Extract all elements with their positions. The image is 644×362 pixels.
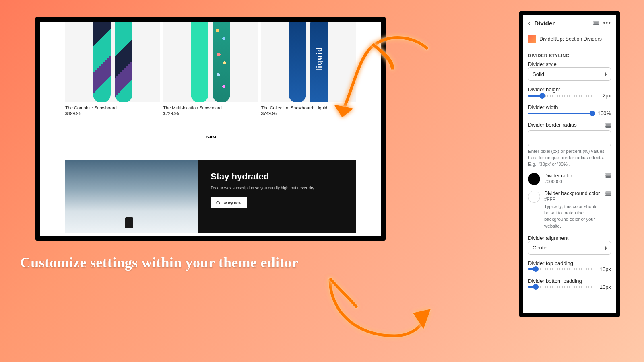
input-border-radius[interactable] [528,130,611,146]
hero-subtext: Try our wax subscription so you can fly … [211,186,344,190]
select-divider-alignment[interactable]: Center ▴▾ [528,241,611,255]
label-divider-bgcolor: Divider background color [544,191,601,196]
slider-divider-width[interactable] [528,113,592,114]
hero-heading: Stay hydrated [211,171,344,182]
hero-banner: Stay hydrated Try our wax subscription s… [65,160,356,233]
select-divider-style[interactable]: Solid ▴▾ [528,67,611,81]
field-divider-style: Divider style Solid ▴▾ [523,61,616,86]
product-image [65,22,160,102]
field-divider-bgcolor: Divider background color #FFF Typically,… [523,191,616,234]
help-divider-bgcolor: Typically, this color should be set to m… [544,203,601,229]
back-button[interactable]: ‹ [528,19,530,27]
divider-ornament-icon: ∾∾ [205,132,216,141]
label-divider-style: Divider style [528,61,611,67]
product-image: liquid [261,22,356,102]
field-border-radius: Divider border radius Enter pixel (px) o… [523,122,616,173]
section-heading: DIVIDER STYLING [523,47,616,61]
label-top-padding: Divider top padding [528,260,611,266]
slider-bottom-padding[interactable] [528,286,592,288]
product-title: The Multi-location Snowboard [163,105,258,110]
product-price: $729.95 [163,111,258,116]
field-divider-color: Divider color #000000 [523,173,616,191]
value-top-padding: 10px [596,266,611,272]
product-image [163,22,258,102]
help-border-radius: Enter pixel (px) or percent (%) values h… [528,148,611,167]
app-name: DivideItUp: Section Dividers [539,36,602,42]
field-bottom-padding: Divider bottom padding 10px [523,278,616,292]
more-options-icon[interactable]: ••• [603,20,611,26]
product-title: The Collection Snowboard: Liquid [261,105,356,110]
label-divider-color: Divider color [544,173,601,179]
value-divider-width: 100% [596,110,611,116]
field-divider-alignment: Divider alignment Center ▴▾ [523,235,616,260]
hero-image [65,160,198,233]
label-border-radius: Divider border radius [528,122,577,128]
layers-icon[interactable] [605,173,611,178]
value-bottom-padding: 10px [596,284,611,290]
select-value: Solid [533,71,544,77]
layers-icon[interactable] [593,21,599,25]
annotation-arrow-bottom [318,257,439,350]
preview-viewport: The Complete Snowboard $699.95 The Multi… [40,22,381,236]
product-card[interactable]: liquid The Collection Snowboard: Liquid … [261,22,356,116]
app-attribution[interactable]: DivideItUp: Section Dividers [523,31,616,47]
marketing-caption: Customize settings within your theme edi… [20,254,298,271]
product-price: $749.95 [261,111,356,116]
color-swatch[interactable] [528,173,540,185]
chevron-updown-icon: ▴▾ [605,246,607,250]
product-price: $699.95 [65,111,160,116]
svg-marker-1 [413,309,431,329]
chevron-updown-icon: ▴▾ [605,72,607,76]
label-divider-width: Divider width [528,104,611,110]
hex-divider-bgcolor: #FFF [544,197,601,202]
label-divider-alignment: Divider alignment [528,235,611,241]
field-top-padding: Divider top padding 10px [523,260,616,278]
field-divider-height: Divider height 2px [523,86,616,104]
section-divider: ∾∾ [65,133,356,141]
layers-icon[interactable] [605,123,611,128]
select-value: Center [533,245,548,251]
layers-icon[interactable] [605,191,611,196]
product-grid: The Complete Snowboard $699.95 The Multi… [40,22,381,116]
label-divider-height: Divider height [528,86,611,93]
product-card[interactable]: The Complete Snowboard $699.95 [65,22,160,116]
slider-top-padding[interactable] [528,268,592,270]
slider-divider-height[interactable] [528,95,592,97]
hex-divider-color: #000000 [544,179,601,184]
field-divider-width: Divider width 100% [523,104,616,122]
panel-header: ‹ Divider ••• [523,15,616,31]
theme-preview: The Complete Snowboard $699.95 The Multi… [35,17,386,241]
theme-editor-panel: ‹ Divider ••• DivideItUp: Section Divide… [519,11,620,317]
app-icon [528,35,536,43]
panel-title: Divider [534,20,589,27]
hero-cta-button[interactable]: Get waxy now [211,197,247,208]
color-swatch[interactable] [528,191,540,203]
product-card[interactable]: The Multi-location Snowboard $729.95 [163,22,258,116]
value-divider-height: 2px [596,93,611,99]
product-title: The Complete Snowboard [65,105,160,110]
label-bottom-padding: Divider bottom padding [528,278,611,284]
